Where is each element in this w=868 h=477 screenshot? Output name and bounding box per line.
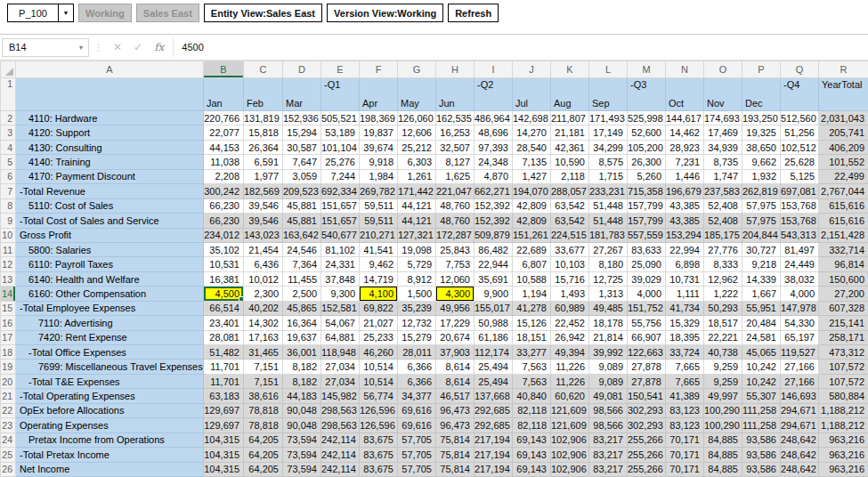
cell-N8[interactable]: 43,385 bbox=[666, 198, 704, 213]
col-header-D[interactable]: D bbox=[283, 61, 321, 78]
cell-I6[interactable]: 4,870 bbox=[475, 169, 513, 183]
cell-G26[interactable]: 57,705 bbox=[398, 462, 436, 476]
cell-I22[interactable]: 292,685 bbox=[475, 403, 513, 417]
cell-H10[interactable]: 172,287 bbox=[436, 228, 475, 242]
cell-I21[interactable]: 137,668 bbox=[475, 389, 513, 403]
cell-I11[interactable]: 86,482 bbox=[475, 242, 513, 256]
cell-D16[interactable]: 16,364 bbox=[283, 316, 321, 330]
cell-O10[interactable]: 185,175 bbox=[704, 228, 742, 242]
row-header-8[interactable]: 8 bbox=[1, 198, 16, 213]
cell-R10[interactable]: 2,151,428 bbox=[819, 228, 868, 242]
cell-C7[interactable]: 182,569 bbox=[244, 184, 283, 198]
version-view-button[interactable]: Version View:Working bbox=[327, 4, 443, 22]
cell-K21[interactable]: 60,620 bbox=[551, 389, 589, 403]
row-header-10[interactable]: 10 bbox=[1, 228, 16, 242]
cell-N16[interactable]: 15,329 bbox=[666, 316, 704, 330]
row-label-10[interactable]: Gross Profit bbox=[16, 228, 204, 242]
cell-N21[interactable]: 41,389 bbox=[666, 389, 704, 403]
cell-F5[interactable]: 9,918 bbox=[360, 155, 398, 169]
col-header-K[interactable]: K bbox=[551, 61, 589, 78]
cell-O17[interactable]: 22,221 bbox=[704, 330, 742, 344]
cell-O23[interactable]: 100,290 bbox=[704, 418, 742, 433]
col-header-H[interactable]: H bbox=[436, 61, 475, 78]
row-label-14[interactable]: 6160: Other Compensation bbox=[16, 287, 204, 301]
row-label-12[interactable]: 6110: Payroll Taxes bbox=[16, 257, 204, 271]
row-label-16[interactable]: 7110: Advertising bbox=[16, 316, 204, 330]
cell-K11[interactable]: 33,677 bbox=[551, 242, 589, 256]
cell-L16[interactable]: 18,178 bbox=[589, 316, 628, 330]
cell-L24[interactable]: 83,217 bbox=[589, 433, 628, 447]
cell-R4[interactable]: 406,209 bbox=[819, 140, 868, 154]
cell-E2[interactable]: 505,521 bbox=[321, 111, 360, 125]
cell-J7[interactable]: 194,070 bbox=[513, 184, 551, 198]
cell-N23[interactable]: 83,123 bbox=[666, 418, 704, 433]
cell-L23[interactable]: 98,566 bbox=[589, 418, 628, 433]
cell-J3[interactable]: 14,270 bbox=[513, 125, 551, 140]
cell-D23[interactable]: 90,048 bbox=[283, 418, 321, 433]
col-header-N[interactable]: N bbox=[666, 61, 704, 78]
cell-O15[interactable]: 50,293 bbox=[704, 301, 742, 315]
cell-O11[interactable]: 27,776 bbox=[704, 242, 742, 256]
cell-O26[interactable]: 84,885 bbox=[704, 462, 742, 476]
cell-Q16[interactable]: 54,330 bbox=[781, 316, 819, 330]
cell-P2[interactable]: 193,250 bbox=[742, 111, 781, 125]
cell-I13[interactable]: 35,691 bbox=[475, 271, 513, 286]
cell-C9[interactable]: 39,546 bbox=[244, 214, 283, 228]
cell-B4[interactable]: 44,153 bbox=[204, 140, 244, 154]
row-label-20[interactable]: -Total T&E Expenses bbox=[16, 374, 204, 388]
cell-H6[interactable]: 1,625 bbox=[436, 169, 475, 183]
cell-J11[interactable]: 22,689 bbox=[513, 242, 551, 256]
cell-I26[interactable]: 217,194 bbox=[475, 462, 513, 476]
cell-Q22[interactable]: 294,671 bbox=[781, 403, 819, 417]
cell-H13[interactable]: 12,060 bbox=[436, 271, 475, 286]
cell-O18[interactable]: 40,738 bbox=[704, 345, 742, 360]
cell-N22[interactable]: 83,123 bbox=[666, 403, 704, 417]
cell-R11[interactable]: 332,714 bbox=[819, 242, 868, 256]
cell-E25[interactable]: 242,114 bbox=[321, 448, 360, 462]
cell-P23[interactable]: 111,258 bbox=[742, 418, 781, 433]
cell-N19[interactable]: 7,665 bbox=[666, 360, 704, 374]
cell-R18[interactable]: 473,312 bbox=[819, 345, 868, 360]
cell-Q21[interactable]: 146,693 bbox=[781, 389, 819, 403]
row-label-5[interactable]: 4140: Training bbox=[16, 155, 204, 169]
cell-H1[interactable]: Jun bbox=[436, 78, 475, 111]
cell-D3[interactable]: 15,294 bbox=[283, 125, 321, 140]
cell-F18[interactable]: 46,260 bbox=[360, 345, 398, 360]
cell-G17[interactable]: 15,279 bbox=[398, 330, 436, 344]
cell-J6[interactable]: 1,427 bbox=[513, 169, 551, 183]
cell-C26[interactable]: 64,205 bbox=[244, 462, 283, 476]
cell-L6[interactable]: 1,715 bbox=[589, 169, 628, 183]
cell-B20[interactable]: 11,701 bbox=[204, 374, 244, 388]
cell-P18[interactable]: 45,065 bbox=[742, 345, 781, 360]
cell-G3[interactable]: 12,606 bbox=[398, 125, 436, 140]
cell-E8[interactable]: 151,657 bbox=[321, 198, 360, 213]
cell-C12[interactable]: 6,436 bbox=[244, 257, 283, 271]
refresh-button[interactable]: Refresh bbox=[448, 4, 499, 22]
cell-L21[interactable]: 49,081 bbox=[589, 389, 628, 403]
cell-O24[interactable]: 84,885 bbox=[704, 433, 742, 447]
cell-D22[interactable]: 90,048 bbox=[283, 403, 321, 417]
cell-L12[interactable]: 8,180 bbox=[589, 257, 628, 271]
cell-B3[interactable]: 22,077 bbox=[204, 125, 244, 140]
enter-icon[interactable]: ✓ bbox=[134, 41, 142, 53]
cell-K13[interactable]: 15,716 bbox=[551, 271, 589, 286]
cell-G7[interactable]: 171,442 bbox=[398, 184, 436, 198]
cell-G12[interactable]: 5,729 bbox=[398, 257, 436, 271]
row-header-15[interactable]: 15 bbox=[1, 301, 16, 315]
cell-H12[interactable]: 7,753 bbox=[436, 257, 475, 271]
cell-L4[interactable]: 34,299 bbox=[589, 140, 628, 154]
cell-D4[interactable]: 30,587 bbox=[283, 140, 321, 154]
cell-J8[interactable]: 42,809 bbox=[513, 198, 551, 213]
cell-N4[interactable]: 28,923 bbox=[666, 140, 704, 154]
cell-K10[interactable]: 224,515 bbox=[551, 228, 589, 242]
cell-C3[interactable]: 15,818 bbox=[244, 125, 283, 140]
cell-Q25[interactable]: 248,642 bbox=[781, 448, 819, 462]
cell-C23[interactable]: 78,818 bbox=[244, 418, 283, 433]
cell-J14[interactable]: 1,194 bbox=[513, 287, 551, 301]
row-header-9[interactable]: 9 bbox=[1, 214, 16, 228]
row-label-11[interactable]: 5800: Salaries bbox=[16, 242, 204, 256]
cell-P7[interactable]: 262,819 bbox=[742, 184, 781, 198]
cell-B11[interactable]: 35,102 bbox=[204, 242, 244, 256]
col-header-Q[interactable]: Q bbox=[781, 61, 819, 78]
cell-M26[interactable]: 255,266 bbox=[628, 462, 666, 476]
